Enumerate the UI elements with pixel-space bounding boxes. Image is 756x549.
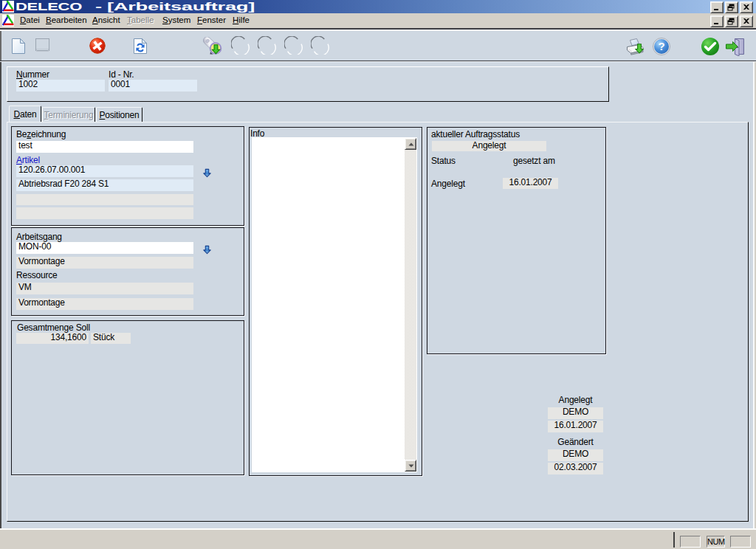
svg-text:DELECO: DELECO — [16, 1, 83, 13]
svg-text:- [Arbeitsauftrag]: - [Arbeitsauftrag] — [95, 1, 255, 13]
svg-text:?: ? — [659, 40, 665, 52]
